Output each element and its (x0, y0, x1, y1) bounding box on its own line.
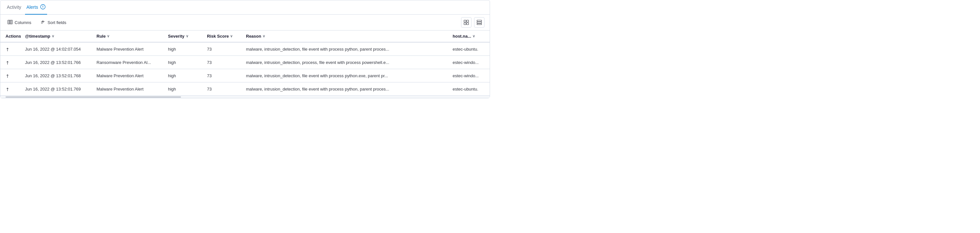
table-row: ↗Jun 16, 2022 @ 13:52:01.769Malware Prev… (0, 82, 490, 96)
expand-icon[interactable]: ↗ (4, 71, 13, 80)
col-severity-label: Severity (168, 34, 185, 39)
row-3-severity: high (163, 82, 202, 96)
tab-alerts-label: Alerts (26, 5, 38, 10)
sort-icon (40, 19, 46, 25)
svg-rect-9 (477, 20, 482, 21)
alerts-table: Actions @timestamp ∨ Rule ∨ (0, 30, 490, 95)
row-0-reason: malware, intrusion_detection, file event… (241, 42, 447, 56)
riskscore-sort-icon: ∨ (230, 34, 233, 38)
svg-rect-10 (477, 22, 482, 23)
alerts-icon (40, 4, 46, 11)
row-3-reason: malware, intrusion_detection, file event… (241, 82, 447, 96)
horizontal-scrollbar[interactable] (0, 95, 490, 98)
svg-rect-2 (8, 20, 9, 24)
tab-alerts[interactable]: Alerts (25, 1, 47, 14)
row-3-rule: Malware Prevention Alert (91, 82, 163, 96)
hostname-sort-icon: ∨ (473, 34, 475, 38)
row-3-riskscore: 73 (202, 82, 241, 96)
col-header-riskscore[interactable]: Risk Score ∨ (202, 30, 241, 42)
tab-activity-label: Activity (7, 5, 21, 10)
col-header-actions[interactable]: Actions (0, 30, 20, 42)
row-0-rule: Malware Prevention Alert (91, 42, 163, 56)
table-row: ↗Jun 16, 2022 @ 13:52:01.768Malware Prev… (0, 69, 490, 82)
row-1-actions: ↗ (0, 56, 20, 69)
grid-view-button[interactable] (474, 17, 484, 28)
expand-icon[interactable]: ↗ (4, 58, 13, 67)
row-2-actions: ↗ (0, 69, 20, 82)
timestamp-sort-icon: ∨ (52, 34, 54, 38)
col-header-rule[interactable]: Rule ∨ (91, 30, 163, 42)
table-body: ↗Jun 16, 2022 @ 14:02:07.054Malware Prev… (0, 42, 490, 95)
columns-icon (8, 19, 13, 25)
row-2-timestamp: Jun 16, 2022 @ 13:52:01.768 (20, 69, 91, 82)
svg-rect-7 (464, 23, 466, 25)
reason-sort-icon: ∨ (262, 34, 265, 38)
col-actions-label: Actions (6, 34, 21, 39)
row-1-rule: Ransomware Prevention Al... (91, 56, 163, 69)
toolbar-left: Columns Sort fields (6, 18, 68, 27)
row-3-hostname: estec-ubuntu. (447, 82, 490, 96)
svg-rect-5 (464, 20, 466, 22)
col-timestamp-label: @timestamp (25, 34, 50, 39)
col-reason-label: Reason (246, 34, 261, 39)
expand-icon[interactable]: ↗ (4, 44, 13, 54)
table-row: ↗Jun 16, 2022 @ 14:02:07.054Malware Prev… (0, 42, 490, 56)
col-header-hostname[interactable]: host.na... ∨ (447, 30, 490, 42)
row-2-hostname: estec-windo... (447, 69, 490, 82)
col-rule-label: Rule (97, 34, 106, 39)
row-1-riskscore: 73 (202, 56, 241, 69)
row-0-riskscore: 73 (202, 42, 241, 56)
row-2-riskscore: 73 (202, 69, 241, 82)
row-1-reason: malware, intrusion_detection, process, f… (241, 56, 447, 69)
row-1-severity: high (163, 56, 202, 69)
expand-icon[interactable]: ↗ (4, 84, 13, 94)
col-riskscore-label: Risk Score (207, 34, 229, 39)
tab-bar: Activity Alerts (0, 0, 490, 14)
rule-sort-icon: ∨ (107, 34, 110, 38)
row-0-hostname: estec-ubuntu. (447, 42, 490, 56)
toolbar: Columns Sort fields (0, 14, 490, 30)
row-2-rule: Malware Prevention Alert (91, 69, 163, 82)
columns-button[interactable]: Columns (6, 18, 33, 27)
svg-rect-11 (477, 24, 482, 25)
row-0-severity: high (163, 42, 202, 56)
scrollbar-thumb[interactable] (6, 97, 181, 98)
row-0-actions: ↗ (0, 42, 20, 56)
row-3-actions: ↗ (0, 82, 20, 96)
columns-label: Columns (14, 20, 31, 25)
tab-activity[interactable]: Activity (6, 1, 22, 14)
sort-fields-label: Sort fields (48, 20, 66, 25)
svg-rect-8 (467, 23, 469, 25)
svg-rect-3 (10, 20, 11, 24)
col-header-reason[interactable]: Reason ∨ (241, 30, 447, 42)
row-0-timestamp: Jun 16, 2022 @ 14:02:07.054 (20, 42, 91, 56)
col-header-severity[interactable]: Severity ∨ (163, 30, 202, 42)
row-1-hostname: estec-windo... (447, 56, 490, 69)
svg-rect-6 (467, 20, 469, 22)
row-3-timestamp: Jun 16, 2022 @ 13:52:01.769 (20, 82, 91, 96)
severity-sort-icon: ∨ (186, 34, 188, 38)
table-view-button[interactable] (461, 17, 471, 28)
col-hostname-label: host.na... (453, 34, 471, 39)
col-header-timestamp[interactable]: @timestamp ∨ (20, 30, 91, 42)
svg-rect-4 (11, 20, 12, 24)
toolbar-right (461, 17, 484, 28)
alerts-panel: Activity Alerts (0, 0, 490, 98)
row-2-reason: malware, intrusion_detection, file event… (241, 69, 447, 82)
row-2-severity: high (163, 69, 202, 82)
row-1-timestamp: Jun 16, 2022 @ 13:52:01.766 (20, 56, 91, 69)
alerts-table-wrapper: Actions @timestamp ∨ Rule ∨ (0, 30, 490, 95)
table-header: Actions @timestamp ∨ Rule ∨ (0, 30, 490, 42)
sort-fields-button[interactable]: Sort fields (38, 18, 68, 27)
table-row: ↗Jun 16, 2022 @ 13:52:01.766Ransomware P… (0, 56, 490, 69)
